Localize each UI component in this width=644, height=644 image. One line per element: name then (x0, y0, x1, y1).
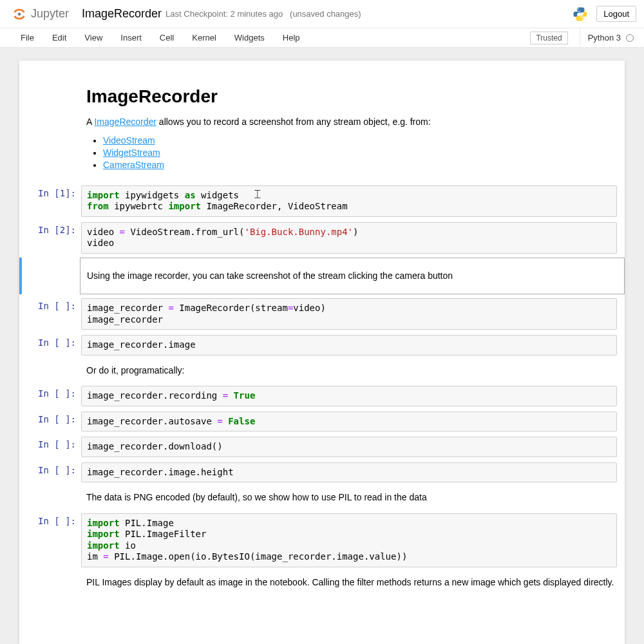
prompt-in-1: In [1]: (23, 185, 81, 217)
jupyter-icon (12, 6, 27, 22)
markdown-text: Or do it, programatically: (86, 365, 616, 377)
page-title: ImageRecorder (86, 86, 609, 107)
code-cell-3[interactable]: In [ ]: image_recorder = ImageRecorder(s… (19, 297, 625, 331)
markdown-cell[interactable]: PIL Images display by default as image i… (19, 571, 625, 594)
notebook-header: Jupyter ImageRecorder Last Checkpoint: 2… (0, 0, 644, 28)
svg-point-0 (18, 12, 21, 15)
code-input[interactable]: image_recorder = ImageRecorder(stream=vi… (81, 298, 617, 330)
prompt (23, 488, 81, 508)
markdown-text: Using the image recorder, you can take s… (87, 270, 618, 283)
menu-help[interactable]: Help (274, 29, 309, 46)
menu-file[interactable]: File (12, 29, 43, 46)
prompt (23, 80, 81, 180)
prompt (22, 258, 80, 295)
notebook-name[interactable]: ImageRecorder (82, 7, 162, 21)
intro-text: A ImageRecorder allows you to record a s… (86, 116, 609, 129)
code-cell-2[interactable]: In [2]: video = VideoStream.from_url('Bi… (19, 221, 625, 255)
prompt-empty: In [ ]: (23, 298, 81, 330)
imagerecorder-link[interactable]: ImageRecorder (94, 117, 156, 127)
svg-point-1 (578, 8, 579, 10)
prompt-empty: In [ ]: (23, 437, 81, 457)
camerastream-link[interactable]: CameraStream (103, 160, 164, 170)
markdown-cell[interactable]: The data is PNG encoded (by default), so… (19, 486, 625, 509)
prompt-in-2: In [2]: (23, 222, 81, 254)
checkpoint-status: Last Checkpoint: 2 minutes ago (unsaved … (166, 9, 361, 19)
menu-cell[interactable]: Cell (151, 29, 183, 46)
prompt-empty: In [ ]: (23, 513, 81, 567)
code-input[interactable]: import PIL.Image import PIL.ImageFilter … (81, 513, 617, 567)
kernel-status-icon (626, 34, 634, 42)
widgetstream-link[interactable]: WidgetStream (103, 147, 160, 158)
code-input[interactable]: image_recorder.autosave = False (81, 412, 617, 432)
menu-insert[interactable]: Insert (111, 29, 151, 46)
prompt (23, 573, 81, 593)
markdown-cell[interactable]: Or do it, programatically: (19, 359, 625, 383)
code-cell-4[interactable]: In [ ]: image_recorder.image (19, 334, 625, 357)
logo-text: Jupyter (31, 7, 69, 21)
menu-kernel[interactable]: Kernel (183, 29, 225, 46)
code-cell-6[interactable]: In [ ]: image_recorder.autosave = False (19, 410, 625, 433)
code-input[interactable]: import ipywidgets as widgets from ipyweb… (81, 185, 617, 217)
stream-list: VideoStream WidgetStream CameraStream (103, 135, 609, 170)
prompt (23, 361, 81, 381)
markdown-cell[interactable]: ImageRecorder A ImageRecorder allows you… (19, 79, 625, 182)
code-cell-9[interactable]: In [ ]: import PIL.Image import PIL.Imag… (19, 512, 625, 569)
videostream-link[interactable]: VideoStream (103, 135, 155, 146)
markdown-text: The data is PNG encoded (by default), so… (86, 491, 616, 504)
prompt-empty: In [ ]: (23, 335, 81, 355)
menu-view[interactable]: View (75, 29, 111, 46)
notebook-container: ImageRecorder A ImageRecorder allows you… (19, 61, 625, 644)
text-cursor-icon: ⌶ (254, 188, 261, 200)
menu-widgets[interactable]: Widgets (225, 29, 274, 46)
code-input[interactable]: image_recorder.image.height (81, 462, 617, 483)
markdown-cell-selected[interactable]: Using the image recorder, you can take s… (19, 258, 625, 295)
code-cell-8[interactable]: In [ ]: image_recorder.image.height (19, 461, 625, 484)
kernel-indicator[interactable]: Python 3 (580, 28, 634, 47)
jupyter-logo[interactable]: Jupyter (12, 6, 69, 22)
code-cell-7[interactable]: In [ ]: image_recorder.download() (19, 435, 625, 459)
code-input[interactable]: image_recorder.download() (81, 437, 617, 457)
page-body: ImageRecorder A ImageRecorder allows you… (0, 48, 644, 644)
python-logo-icon (572, 6, 589, 23)
svg-point-2 (582, 19, 583, 20)
code-input[interactable]: image_recorder.image (81, 335, 617, 355)
kernel-name: Python 3 (588, 33, 621, 43)
code-cell-5[interactable]: In [ ]: image_recorder.recording = True (19, 384, 625, 408)
code-input[interactable]: video = VideoStream.from_url('Big.Buck.B… (81, 222, 617, 254)
prompt-empty: In [ ]: (23, 412, 81, 432)
menubar: File Edit View Insert Cell Kernel Widget… (0, 28, 644, 48)
menu-edit[interactable]: Edit (43, 29, 75, 46)
code-input[interactable]: image_recorder.recording = True (81, 386, 617, 406)
markdown-text: PIL Images display by default as image i… (86, 576, 616, 589)
logout-button[interactable]: Logout (596, 6, 636, 22)
prompt-empty: In [ ]: (23, 462, 81, 483)
prompt-empty: In [ ]: (23, 386, 81, 406)
code-cell-1[interactable]: In [1]: import ipywidgets as widgets fro… (19, 184, 625, 218)
trusted-indicator[interactable]: Trusted (530, 32, 567, 44)
